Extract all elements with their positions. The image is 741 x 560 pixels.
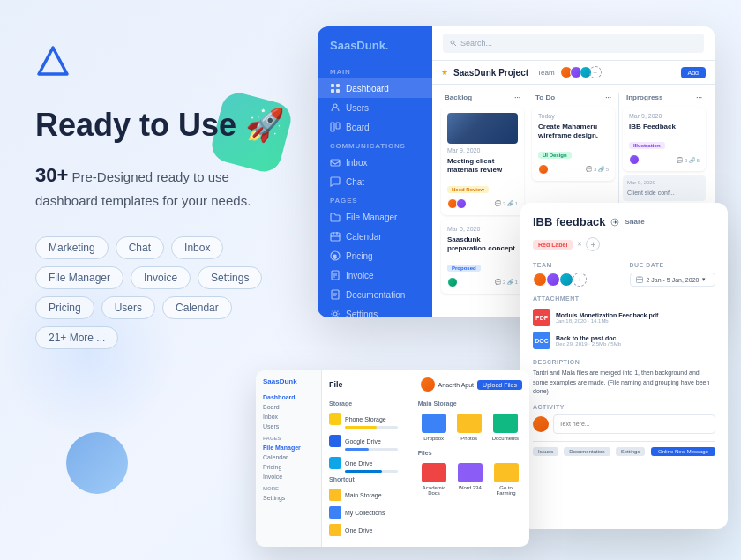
- fm-nav-fm[interactable]: File Manager: [256, 443, 321, 452]
- add-task-btn[interactable]: Add: [681, 67, 706, 78]
- fm-nav-invoice2[interactable]: Invoice: [256, 472, 321, 482]
- tag-filemanager[interactable]: File Manager: [35, 266, 124, 289]
- kanban-col-inprogress-header: Inprogress ···: [623, 93, 706, 107]
- share-label[interactable]: Share: [625, 218, 644, 226]
- ibb-duedate-col: DUE DATE 2 Jan - 5 Jan, 2020 ▾: [630, 262, 716, 287]
- tag-settings[interactable]: Settings: [198, 266, 262, 289]
- card-av-3: [447, 277, 458, 287]
- add-member-btn[interactable]: +: [589, 66, 602, 78]
- date-chevron: ▾: [702, 276, 706, 283]
- svg-rect-19: [332, 290, 339, 299]
- fm-sidebar: SaasDunk Dashboard Board Inbox Users PAG…: [256, 370, 322, 547]
- ibb-feedback-panel: IBB feedback Share Red Label ✕ + TEAM + …: [520, 203, 728, 529]
- ibb-msg-btn[interactable]: Online New Message: [651, 447, 715, 456]
- phone-bar-bg: [345, 426, 398, 429]
- card-tag-4: Illustration: [629, 142, 665, 149]
- db-nav-invoice[interactable]: Invoice: [318, 265, 432, 285]
- fm-nav-settings3[interactable]: Settings: [256, 493, 321, 503]
- inprogress-menu[interactable]: ···: [696, 93, 702, 101]
- fm-folder-photos[interactable]: Photos: [453, 410, 485, 444]
- fm-nav-pricing2[interactable]: Pricing: [256, 462, 321, 472]
- db-nav-settings[interactable]: Settings: [318, 304, 432, 317]
- kanban-card-2[interactable]: Mar 5, 2020 Saasdunk preparation concept…: [441, 220, 524, 294]
- svg-rect-7: [336, 123, 340, 129]
- db-header: Search...: [432, 26, 715, 61]
- db-nav-chat-label: Chat: [346, 177, 364, 187]
- onedrive-bar-fill: [345, 470, 382, 473]
- fm-section-pages: PAGES: [256, 431, 321, 443]
- ibb-nav-issues[interactable]: Issues: [533, 447, 558, 456]
- activity-text-input[interactable]: [553, 414, 715, 434]
- ibb-add-member[interactable]: +: [573, 273, 587, 287]
- db-nav-calendar[interactable]: Calendar: [318, 227, 432, 246]
- phone-storage-name: Phone Storage: [345, 416, 411, 422]
- share-icon: [610, 218, 619, 227]
- fm-nav-inbox[interactable]: Inbox: [256, 412, 321, 422]
- db-nav-dashboard[interactable]: Dashboard: [318, 78, 432, 98]
- db-nav-filemanager[interactable]: File Manager: [318, 207, 432, 227]
- todo-menu[interactable]: ···: [605, 93, 611, 101]
- card-title-3: Create Mahameru wireframe design.: [538, 123, 609, 141]
- card-partial-5[interactable]: Mar 9, 2020 Client side conf...: [623, 175, 706, 201]
- fm-folder-docs[interactable]: Documents: [489, 410, 522, 444]
- tag-chat[interactable]: Chat: [116, 236, 164, 259]
- tag-pricing[interactable]: Pricing: [35, 296, 94, 319]
- fm-folder-dropbox[interactable]: Dropbox: [418, 410, 450, 444]
- desc-title: DESCRIPTION: [533, 359, 715, 365]
- file-name-farming: Go to Farming: [493, 485, 519, 496]
- folder-name-dropbox: Dropbox: [423, 436, 444, 441]
- activity-title: ACTIVITY: [533, 404, 715, 410]
- ibb-nav-settings2[interactable]: Settings: [616, 447, 646, 456]
- fm-shortcut-label: Shortcut: [329, 476, 411, 482]
- kanban-card-4[interactable]: Mar 9, 2020 IBB Feedback Illustration 💬 …: [623, 107, 706, 171]
- db-nav-pricing[interactable]: $ Pricing: [318, 246, 432, 265]
- db-search[interactable]: Search...: [443, 34, 704, 53]
- fm-storage-phone: Phone Storage: [329, 410, 411, 428]
- backlog-menu[interactable]: ···: [514, 93, 520, 101]
- tag-more[interactable]: 21+ More ...: [35, 326, 118, 349]
- tag-users[interactable]: Users: [101, 296, 155, 319]
- folder-name-docs: Documents: [492, 436, 519, 441]
- onedrive-name: One Drive: [345, 460, 411, 467]
- fm-folder-grid: Dropbox Photos Documents: [418, 410, 522, 444]
- folder-name-photos: Photos: [460, 436, 477, 441]
- fm-upload-btn[interactable]: Upload Files: [477, 380, 522, 390]
- att-item-1[interactable]: PDF Moduls Monetization Feedback.pdf Jan…: [533, 306, 715, 329]
- db-nav-docs[interactable]: Documentation: [318, 285, 432, 304]
- fm-files-grid: Academic Docs Word 234 Go to Farming: [418, 459, 522, 499]
- ibb-nav-documentation[interactable]: Documentation: [564, 447, 610, 456]
- att-item-2[interactable]: DOC Back to the past.doc Dec 29, 2019 · …: [533, 329, 715, 352]
- db-nav-inbox[interactable]: Inbox: [318, 153, 432, 172]
- doc-icon: DOC: [533, 332, 550, 349]
- ibb-av-3: [559, 273, 573, 287]
- date-picker[interactable]: 2 Jan - 5 Jan, 2020 ▾: [630, 273, 716, 287]
- db-logo: SaasDunk.: [318, 39, 432, 63]
- kanban-card-1[interactable]: Mar 9, 2020 Meeting client materials rev…: [441, 107, 524, 215]
- due-date-value: 2 Jan - 5 Jan, 2020: [647, 277, 700, 283]
- fm-file-word[interactable]: Word 234: [453, 459, 486, 499]
- label-x[interactable]: ✕: [577, 241, 582, 248]
- kanban-card-3[interactable]: Today Create Mahameru wireframe design. …: [532, 107, 615, 181]
- db-nav-board[interactable]: Board: [318, 117, 432, 137]
- fm-shortcut-2[interactable]: My Collections: [329, 504, 411, 521]
- tag-marketing[interactable]: Marketing: [35, 236, 109, 259]
- fm-nav-calendar2[interactable]: Calendar: [256, 452, 321, 462]
- svg-point-23: [451, 41, 454, 44]
- project-title: SaasDunk Project: [453, 68, 528, 78]
- fm-file-academic[interactable]: Academic Docs: [418, 459, 451, 499]
- fm-file-farming[interactable]: Go to Farming: [490, 459, 522, 499]
- db-nav-users[interactable]: Users: [318, 98, 432, 117]
- fm-shortcut-1[interactable]: Main Storage: [329, 486, 411, 504]
- tag-calendar[interactable]: Calendar: [162, 296, 232, 319]
- fm-nav-board[interactable]: Board: [256, 402, 321, 412]
- ibb-team-date-section: TEAM + DUE DATE 2 Jan - 5 Jan, 2020 ▾: [533, 262, 715, 287]
- db-nav-chat[interactable]: Chat: [318, 172, 432, 191]
- fm-nav-dashboard[interactable]: Dashboard: [256, 392, 321, 402]
- team-col-title: TEAM: [533, 262, 619, 268]
- tag-inbox[interactable]: Inbox: [171, 236, 223, 259]
- tag-invoice[interactable]: Invoice: [131, 266, 191, 289]
- add-label-btn[interactable]: +: [586, 237, 600, 251]
- file-name-word: Word 234: [459, 485, 482, 490]
- fm-shortcut-3[interactable]: One Drive: [329, 521, 411, 539]
- fm-nav-users[interactable]: Users: [256, 422, 321, 431]
